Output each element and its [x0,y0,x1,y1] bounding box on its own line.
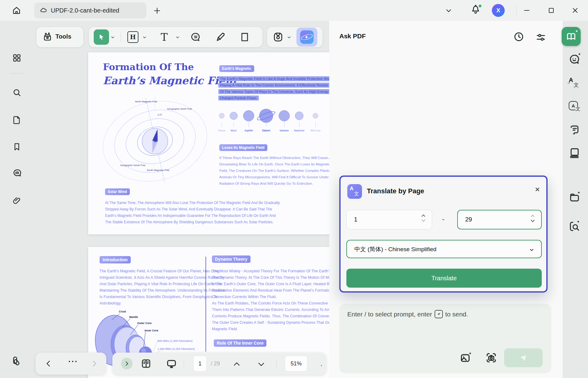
maximize-button[interactable] [545,4,557,17]
pen-icon [215,32,226,43]
sidebar-item-comments[interactable] [12,168,21,177]
close-button[interactable] [569,4,581,17]
zoom-level: 51% [291,361,302,367]
page-number-input[interactable]: 1 [193,356,207,372]
page-from-stepper[interactable] [421,214,426,222]
body-text-line: Is Fundamental To Various Scientific Dis… [100,295,218,299]
annotation-toolbar: H T [89,27,262,47]
select-tool-dropdown[interactable] [110,35,115,40]
forward-button[interactable] [90,359,99,368]
heading-tool-button[interactable]: H [127,31,138,43]
chevron-right-icon [90,359,99,368]
ai-chat-tab[interactable]: ✦ [569,54,581,66]
comment-tool-button[interactable] [190,32,201,42]
text-tool-dropdown[interactable] [175,35,180,40]
home-button[interactable] [9,3,24,18]
document-canvas[interactable]: Formation Of The Earth’s Magnetic Field [30,21,329,378]
body-text-line: If These Rays Reach The Earth Without Ob… [219,156,329,160]
page-controls-bar: 1 / 29 51% [112,353,326,375]
tools-menu-button[interactable]: Tools [36,27,83,47]
avatar[interactable]: X [492,4,505,17]
text-tool-button[interactable]: T [158,31,170,43]
body-text-line: At The Same Time, The Atmosphere Will Al… [105,201,280,205]
translate-badge-icon: A 文 [347,184,362,199]
planet-tick [249,122,249,127]
pen-tool-button[interactable] [215,32,226,43]
shape-tool-button[interactable] [239,32,250,42]
body-text-line: Convection Currents Within The Fluid. [212,295,277,299]
back-button[interactable] [44,359,53,368]
reader-book-tab[interactable] [569,147,581,159]
target-language-value: 中文 (简体) - Chinese Simplified [354,245,436,253]
palette-swatches-icon [11,355,21,366]
left-sidebar [0,21,30,378]
search-icon [12,88,21,97]
target-language-select[interactable]: 中文 (简体) - Chinese Simplified [346,240,542,258]
translate-button[interactable]: Translate [346,269,542,288]
select-tool-button[interactable] [94,29,109,45]
ai-reader-tab-active[interactable]: ✦ [562,27,581,46]
ai-assistant-button[interactable]: ✦ [296,28,317,47]
bookmark-icon [12,142,21,151]
screenshot-button[interactable] [485,352,499,365]
translate-page-tab[interactable]: A 文 [569,101,581,113]
expand-panel-button[interactable] [121,358,133,369]
ai-files-tab[interactable]: ✦ [569,191,581,204]
panel-settings-button[interactable] [535,32,546,43]
translate-text-tab[interactable]: A ⌐ 文 ⌐ [569,77,581,89]
presentation-button[interactable] [166,358,177,370]
page-from-input[interactable]: 1 [346,210,432,229]
minimize-button[interactable] [521,4,533,17]
current-page: 1 [198,361,202,367]
chat-history-button[interactable] [513,31,524,42]
highlighted-text-line: Charged Particle Flows. [218,96,259,100]
dialog-close-button[interactable]: ✕ [535,186,540,193]
sidebar-item-appearance[interactable] [11,355,20,365]
sidebar-item-pages[interactable] [12,115,21,124]
bar-separator [276,359,277,368]
reading-mode-button[interactable] [141,358,152,369]
body-text-line: Currents Produce Magnetic Fields. Thus, … [212,314,329,318]
page-to-input[interactable]: 29 [457,210,542,229]
chat-input-box[interactable]: Enter / to select prompt, enter to send.… [339,304,551,373]
new-tab-button[interactable] [152,6,162,16]
sidebar-item-thumbnails[interactable] [12,53,21,62]
snapshot-tool-button[interactable] [273,32,284,43]
tab-list-button[interactable] [445,7,453,15]
two-page-view-icon [141,358,152,369]
sidebar-item-attachments[interactable] [12,196,21,205]
pdf-page-1[interactable]: Formation Of The Earth’s Magnetic Field [88,52,329,234]
ai-summary-tab[interactable]: ✦ [569,124,581,136]
previous-page-button[interactable] [232,360,241,369]
text-tool-glyph: T [161,31,168,43]
ai-search-tab[interactable]: ✦ [569,221,581,233]
stepper-down-icon [530,219,535,223]
planet-jupiter [243,110,254,121]
range-separator: - [442,215,444,223]
next-page-button[interactable] [257,360,266,369]
body-text-line: Devastating Blow To Life On Earth. Once … [219,162,329,166]
planet-neptune [295,112,303,120]
toolbox-icon [43,32,52,42]
more-button[interactable]: ··· [64,357,83,366]
document-tab[interactable]: UPDF-2.0-cant-be-edited [34,2,146,18]
notifications-button[interactable] [470,4,483,17]
sidebar-item-search[interactable] [12,88,21,97]
page-from-value: 1 [354,216,357,223]
chevron-down-icon [529,247,534,253]
page-to-stepper[interactable] [530,214,535,223]
cutaway-label-mantle: Mantle [129,316,138,319]
planet-tick [266,122,266,127]
snapshot-tool-dropdown[interactable] [287,35,292,40]
avatar-letter: X [496,7,500,14]
send-button[interactable] [504,348,543,367]
cursor-dot [321,365,322,366]
attach-image-button[interactable]: ✦ [459,352,473,365]
sidebar-item-bookmarks[interactable] [12,142,21,151]
tag-loses-magnetic-field: Loses Its Magnetic Field [219,144,267,151]
zoom-level-button[interactable]: 51% [285,356,307,372]
planet-label: Mercury [306,129,325,132]
chevron-down-icon [110,35,115,40]
diagram-label-geographic-north-pole: Geographic North Pole [165,108,194,111]
heading-tool-dropdown[interactable] [142,35,147,40]
